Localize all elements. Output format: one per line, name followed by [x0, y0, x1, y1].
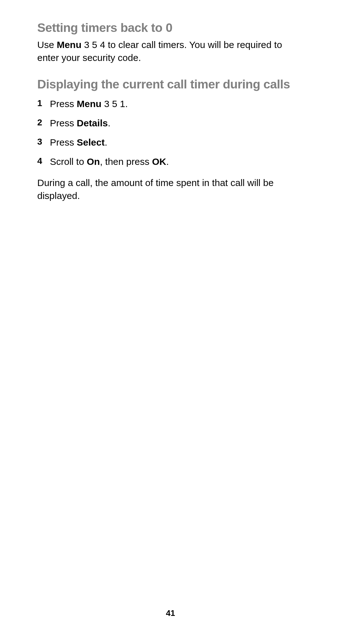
- menu-bold: Menu: [77, 99, 101, 109]
- text: 3 5 1.: [101, 99, 128, 109]
- text: Press: [50, 118, 77, 128]
- text: .: [105, 137, 107, 147]
- text: .: [108, 118, 110, 128]
- list-item: 2 Press Details.: [37, 117, 306, 129]
- list-item: 3 Press Select.: [37, 136, 306, 148]
- text: , then press: [100, 156, 152, 167]
- list-item: 1 Press Menu 3 5 1.: [37, 98, 306, 110]
- text: Scroll to: [50, 156, 87, 167]
- details-bold: Details: [77, 118, 108, 128]
- step-number: 3: [37, 136, 50, 148]
- step-text: Press Menu 3 5 1.: [50, 98, 306, 110]
- step-number: 4: [37, 155, 50, 168]
- step-text: Press Select.: [50, 136, 306, 148]
- ok-bold: OK: [152, 156, 166, 167]
- step-text: Press Details.: [50, 117, 306, 129]
- section1-paragraph: Use Menu 3 5 4 to clear call timers. You…: [37, 39, 306, 64]
- text: Press: [50, 99, 77, 109]
- step-number: 2: [37, 117, 50, 129]
- closing-paragraph: During a call, the amount of time spent …: [37, 177, 306, 202]
- menu-bold: Menu: [57, 39, 81, 50]
- select-bold: Select: [77, 137, 105, 147]
- list-item: 4 Scroll to On, then press OK.: [37, 155, 306, 168]
- page-number: 41: [0, 608, 341, 618]
- section-heading-displaying-timer: Displaying the current call timer during…: [37, 77, 306, 91]
- section-heading-setting-timers: Setting timers back to 0: [37, 21, 306, 35]
- para-text: Use: [37, 39, 57, 50]
- text: Press: [50, 137, 77, 147]
- step-number: 1: [37, 98, 50, 110]
- text: .: [166, 156, 169, 167]
- steps-list: 1 Press Menu 3 5 1. 2 Press Details. 3 P…: [37, 98, 306, 168]
- on-bold: On: [87, 156, 100, 167]
- step-text: Scroll to On, then press OK.: [50, 155, 306, 168]
- page-content: Setting timers back to 0 Use Menu 3 5 4 …: [0, 0, 341, 202]
